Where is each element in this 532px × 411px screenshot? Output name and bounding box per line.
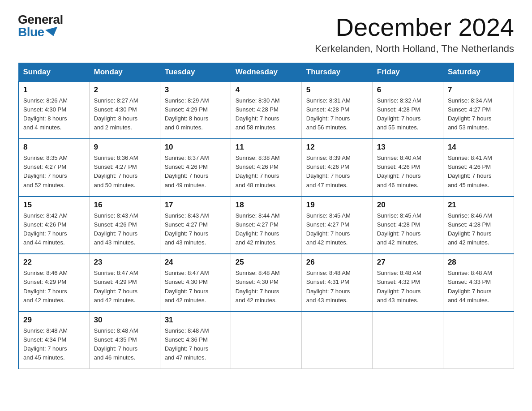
day-info: Sunrise: 8:41 AMSunset: 4:26 PMDaylight:… [448,154,509,190]
day-number: 7 [448,86,509,94]
day-info: Sunrise: 8:34 AMSunset: 4:27 PMDaylight:… [448,96,509,133]
day-number: 14 [448,143,509,152]
header-row: Sunday Monday Tuesday Wednesday Thursday… [18,63,514,81]
day-info: Sunrise: 8:45 AMSunset: 4:28 PMDaylight:… [377,211,438,248]
calendar-cell: 13 Sunrise: 8:40 AMSunset: 4:26 PMDaylig… [372,139,443,197]
col-friday: Friday [372,63,443,81]
day-info: Sunrise: 8:42 AMSunset: 4:26 PMDaylight:… [23,211,85,248]
day-number: 25 [236,258,297,267]
day-info: Sunrise: 8:48 AMSunset: 4:32 PMDaylight:… [377,269,438,305]
calendar-cell [301,312,372,369]
day-info: Sunrise: 8:36 AMSunset: 4:27 PMDaylight:… [94,154,155,190]
logo-blue: Blue [18,26,59,39]
day-number: 16 [94,201,155,210]
day-info: Sunrise: 8:47 AMSunset: 4:29 PMDaylight:… [94,269,155,305]
col-thursday: Thursday [301,63,372,81]
calendar-cell: 11 Sunrise: 8:38 AMSunset: 4:26 PMDaylig… [231,139,301,197]
day-number: 21 [448,201,509,210]
day-info: Sunrise: 8:46 AMSunset: 4:29 PMDaylight:… [23,269,85,305]
calendar-cell: 26 Sunrise: 8:48 AMSunset: 4:31 PMDaylig… [301,254,372,312]
day-info: Sunrise: 8:48 AMSunset: 4:30 PMDaylight:… [236,269,297,305]
day-info: Sunrise: 8:46 AMSunset: 4:28 PMDaylight:… [448,211,509,248]
day-info: Sunrise: 8:48 AMSunset: 4:36 PMDaylight:… [165,326,226,363]
day-number: 24 [165,258,226,267]
day-number: 31 [165,316,226,325]
day-info: Sunrise: 8:30 AMSunset: 4:28 PMDaylight:… [236,96,297,133]
day-info: Sunrise: 8:38 AMSunset: 4:26 PMDaylight:… [236,154,297,190]
week-row-3: 15 Sunrise: 8:42 AMSunset: 4:26 PMDaylig… [18,197,514,254]
calendar-cell: 4 Sunrise: 8:30 AMSunset: 4:28 PMDayligh… [231,81,301,139]
day-number: 3 [165,86,226,94]
calendar-cell: 3 Sunrise: 8:29 AMSunset: 4:29 PMDayligh… [160,81,231,139]
day-number: 15 [23,201,85,210]
day-number: 1 [23,86,85,94]
day-number: 18 [236,201,297,210]
col-tuesday: Tuesday [160,63,231,81]
day-info: Sunrise: 8:35 AMSunset: 4:27 PMDaylight:… [23,154,85,190]
page-header: General Blue December 2024 Kerkelanden, … [18,13,514,55]
day-info: Sunrise: 8:37 AMSunset: 4:26 PMDaylight:… [165,154,226,190]
day-number: 10 [165,143,226,152]
week-row-5: 29 Sunrise: 8:48 AMSunset: 4:34 PMDaylig… [18,312,514,369]
col-sunday: Sunday [18,63,89,81]
day-number: 13 [377,143,438,152]
calendar-cell: 20 Sunrise: 8:45 AMSunset: 4:28 PMDaylig… [372,197,443,254]
calendar-cell: 31 Sunrise: 8:48 AMSunset: 4:36 PMDaylig… [160,312,231,369]
day-number: 27 [377,258,438,267]
calendar-cell: 29 Sunrise: 8:48 AMSunset: 4:34 PMDaylig… [18,312,89,369]
day-number: 30 [94,316,155,325]
calendar-cell: 2 Sunrise: 8:27 AMSunset: 4:30 PMDayligh… [89,81,160,139]
day-info: Sunrise: 8:48 AMSunset: 4:33 PMDaylight:… [448,269,509,305]
calendar-title: December 2024 [315,13,514,41]
day-number: 28 [448,258,509,267]
day-info: Sunrise: 8:43 AMSunset: 4:27 PMDaylight:… [165,211,226,248]
calendar-body: 1 Sunrise: 8:26 AMSunset: 4:30 PMDayligh… [18,81,514,369]
col-monday: Monday [89,63,160,81]
calendar-cell: 10 Sunrise: 8:37 AMSunset: 4:26 PMDaylig… [160,139,231,197]
day-number: 6 [377,86,438,94]
calendar-cell: 22 Sunrise: 8:46 AMSunset: 4:29 PMDaylig… [18,254,89,312]
day-number: 11 [236,143,297,152]
calendar-cell: 16 Sunrise: 8:43 AMSunset: 4:26 PMDaylig… [89,197,160,254]
day-number: 12 [306,143,368,152]
day-number: 23 [94,258,155,267]
calendar-cell: 23 Sunrise: 8:47 AMSunset: 4:29 PMDaylig… [89,254,160,312]
title-block: December 2024 Kerkelanden, North Holland… [315,13,514,55]
logo-general: General [18,13,63,26]
week-row-1: 1 Sunrise: 8:26 AMSunset: 4:30 PMDayligh… [18,81,514,139]
calendar-cell: 27 Sunrise: 8:48 AMSunset: 4:32 PMDaylig… [372,254,443,312]
col-wednesday: Wednesday [231,63,301,81]
calendar-cell: 19 Sunrise: 8:45 AMSunset: 4:27 PMDaylig… [301,197,372,254]
calendar-cell: 17 Sunrise: 8:43 AMSunset: 4:27 PMDaylig… [160,197,231,254]
calendar-cell: 12 Sunrise: 8:39 AMSunset: 4:26 PMDaylig… [301,139,372,197]
day-info: Sunrise: 8:48 AMSunset: 4:34 PMDaylight:… [23,326,85,363]
day-info: Sunrise: 8:27 AMSunset: 4:30 PMDaylight:… [94,96,155,133]
day-info: Sunrise: 8:29 AMSunset: 4:29 PMDaylight:… [165,96,226,133]
day-info: Sunrise: 8:39 AMSunset: 4:26 PMDaylight:… [306,154,368,190]
day-info: Sunrise: 8:31 AMSunset: 4:28 PMDaylight:… [306,96,368,133]
calendar-header: Sunday Monday Tuesday Wednesday Thursday… [18,63,514,81]
calendar-cell: 25 Sunrise: 8:48 AMSunset: 4:30 PMDaylig… [231,254,301,312]
calendar-cell: 8 Sunrise: 8:35 AMSunset: 4:27 PMDayligh… [18,139,89,197]
day-number: 17 [165,201,226,210]
col-saturday: Saturday [443,63,514,81]
calendar-cell: 14 Sunrise: 8:41 AMSunset: 4:26 PMDaylig… [443,139,514,197]
day-info: Sunrise: 8:47 AMSunset: 4:30 PMDaylight:… [165,269,226,305]
logo-triangle-icon [45,27,60,38]
day-number: 2 [94,86,155,94]
day-number: 9 [94,143,155,152]
week-row-2: 8 Sunrise: 8:35 AMSunset: 4:27 PMDayligh… [18,139,514,197]
calendar-cell [443,312,514,369]
calendar-cell [231,312,301,369]
day-info: Sunrise: 8:43 AMSunset: 4:26 PMDaylight:… [94,211,155,248]
day-info: Sunrise: 8:26 AMSunset: 4:30 PMDaylight:… [23,96,85,133]
calendar-subtitle: Kerkelanden, North Holland, The Netherla… [315,43,514,55]
day-number: 22 [23,258,85,267]
day-number: 29 [23,316,85,325]
day-number: 5 [306,86,368,94]
calendar-cell: 7 Sunrise: 8:34 AMSunset: 4:27 PMDayligh… [443,81,514,139]
calendar-cell [372,312,443,369]
calendar-cell: 30 Sunrise: 8:48 AMSunset: 4:35 PMDaylig… [89,312,160,369]
calendar-cell: 18 Sunrise: 8:44 AMSunset: 4:27 PMDaylig… [231,197,301,254]
calendar-cell: 15 Sunrise: 8:42 AMSunset: 4:26 PMDaylig… [18,197,89,254]
